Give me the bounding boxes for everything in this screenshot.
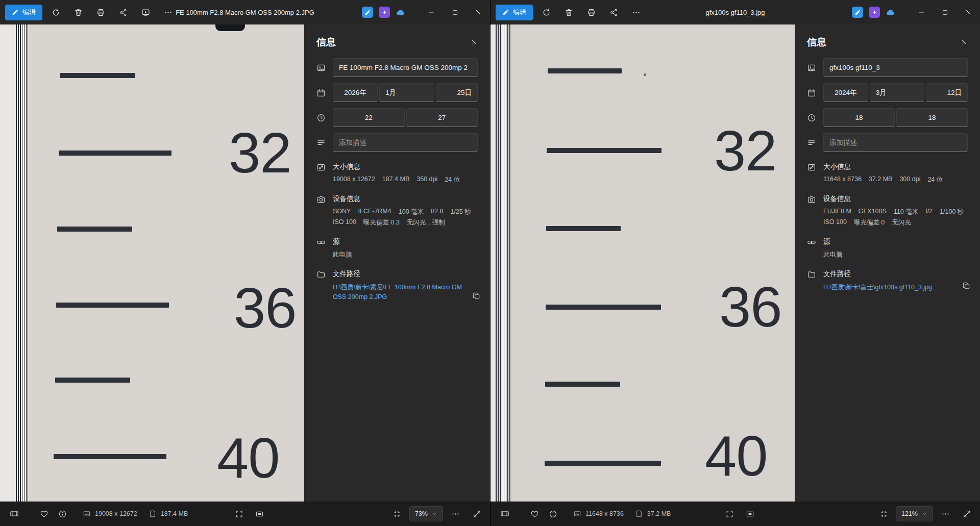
statusbar-more-button[interactable]	[446, 505, 464, 523]
fullscreen-button[interactable]	[468, 505, 486, 523]
date-year-field[interactable]: 2024年	[823, 83, 868, 102]
copy-path-button[interactable]	[469, 288, 484, 304]
onedrive-button[interactable]	[886, 7, 896, 17]
date-day-field[interactable]: 25日	[436, 83, 478, 102]
close-button[interactable]	[957, 0, 980, 24]
printer-icon	[96, 8, 105, 17]
print-button[interactable]	[91, 3, 110, 21]
titlebar[interactable]: 编辑 FE 100mm F2.8 Macro GM OSS 200mp 2.JP…	[0, 0, 490, 24]
spark-icon	[871, 9, 878, 16]
ruler-number: 40	[217, 430, 280, 487]
fit-window-button[interactable]	[874, 505, 893, 523]
zoom-fit-icon	[879, 510, 888, 518]
onedrive-button[interactable]	[396, 7, 406, 17]
maximize-button[interactable]	[933, 0, 957, 24]
dimensions-text: 11648 x 8736	[585, 510, 624, 517]
toolbar-more-button[interactable]	[159, 3, 177, 21]
file-info-button[interactable]	[53, 505, 71, 523]
close-icon	[470, 38, 478, 46]
file-info-button[interactable]	[544, 505, 562, 523]
share-icon	[609, 8, 618, 17]
toolbar-more-button[interactable]	[627, 3, 645, 21]
description-icon	[807, 138, 816, 147]
description-input[interactable]	[333, 133, 478, 152]
filmstrip-toggle-button[interactable]	[5, 505, 23, 523]
edit-button[interactable]: 编辑	[5, 5, 42, 20]
time-minute-field[interactable]: 27	[406, 108, 478, 127]
titlebar-right	[362, 0, 490, 24]
minimize-icon	[917, 8, 925, 16]
rotate-button[interactable]	[537, 3, 555, 21]
filmstrip-icon	[500, 509, 509, 518]
pencil-icon	[364, 9, 371, 16]
delete-button[interactable]	[559, 3, 578, 21]
copy-icon	[962, 282, 970, 290]
window-content: 32 36 40 信息 2024年 3月 12	[491, 24, 980, 502]
time-hour-field[interactable]: 18	[823, 108, 895, 127]
fit-controls	[720, 505, 759, 523]
file-path-link[interactable]: H:\画质\新卡\富士\gfx100s gf110_3.jpg	[823, 283, 968, 292]
favorite-button[interactable]	[525, 505, 544, 523]
pencil-icon	[502, 9, 509, 16]
zoom-controls: 73%	[388, 505, 486, 523]
fullscreen-button[interactable]	[958, 505, 976, 523]
photo-viewport[interactable]: 32 36 40	[0, 24, 304, 502]
external-edit-button[interactable]	[852, 7, 863, 18]
dimensions-icon	[573, 510, 581, 518]
zoom-fit-icon	[393, 510, 401, 518]
photo-viewport[interactable]: 32 36 40	[491, 24, 795, 502]
maximize-button[interactable]	[443, 0, 467, 24]
filmstrip-toggle-button[interactable]	[496, 505, 514, 523]
close-icon	[474, 8, 482, 16]
minimize-button[interactable]	[910, 0, 933, 24]
info-close-button[interactable]	[955, 34, 973, 51]
filename-input[interactable]	[823, 58, 968, 77]
file-path-label: 文件路径	[333, 269, 478, 279]
date-year-field[interactable]: 2026年	[333, 83, 378, 102]
iso-value: ISO 100	[823, 218, 847, 227]
file-path-link[interactable]: H:\画质\新卡\索尼\FE 100mm F2.8 Macro GM OSS 2…	[333, 283, 478, 303]
titlebar[interactable]: 编辑 gfx100s gf110_3.jpg	[491, 0, 980, 24]
chart-line-pattern	[16, 24, 28, 502]
share-button[interactable]	[604, 3, 623, 21]
dimensions-stat: 11648 x 8736	[573, 510, 624, 518]
clipchamp-button[interactable]	[869, 7, 880, 18]
time-minute-field[interactable]: 18	[896, 108, 968, 127]
info-close-button[interactable]	[465, 34, 483, 51]
date-month-field[interactable]: 1月	[379, 83, 434, 102]
date-month-field[interactable]: 3月	[870, 83, 924, 102]
copy-path-button[interactable]	[959, 278, 974, 293]
dpi-value: 300 dpi	[899, 176, 920, 184]
slideshow-button[interactable]	[136, 3, 155, 21]
aperture-value: f/2.8	[431, 208, 443, 216]
rotate-button[interactable]	[46, 3, 65, 21]
dimensions-text: 19008 x 12672	[95, 510, 137, 517]
zoom-dropdown[interactable]: 73%	[409, 506, 443, 521]
time-hour-field[interactable]: 22	[333, 108, 405, 127]
trash-icon	[565, 8, 573, 17]
time-icon	[807, 113, 816, 122]
fill-screen-button[interactable]	[741, 505, 759, 523]
share-button[interactable]	[114, 3, 132, 21]
external-edit-button[interactable]	[362, 7, 373, 18]
delete-button[interactable]	[69, 3, 87, 21]
fill-screen-icon	[746, 510, 754, 518]
fit-window-button[interactable]	[388, 505, 406, 523]
description-input[interactable]	[823, 133, 968, 152]
favorite-button[interactable]	[35, 505, 53, 523]
dimensions-stat: 19008 x 12672	[83, 510, 137, 518]
ruler-tick	[547, 148, 662, 153]
edit-button[interactable]: 编辑	[496, 5, 533, 20]
print-button[interactable]	[582, 3, 600, 21]
date-row: 2026年 1月 25日	[304, 83, 490, 102]
clipchamp-button[interactable]	[379, 7, 390, 18]
statusbar-more-button[interactable]	[936, 505, 954, 523]
date-day-field[interactable]: 12日	[926, 83, 968, 102]
fill-screen-button[interactable]	[250, 505, 268, 523]
zoom-to-fit-button[interactable]	[230, 505, 248, 523]
filename-input[interactable]	[333, 58, 478, 77]
close-button[interactable]	[467, 0, 490, 24]
zoom-to-fit-button[interactable]	[720, 505, 739, 523]
zoom-dropdown[interactable]: 121%	[896, 506, 933, 521]
minimize-button[interactable]	[420, 0, 443, 24]
